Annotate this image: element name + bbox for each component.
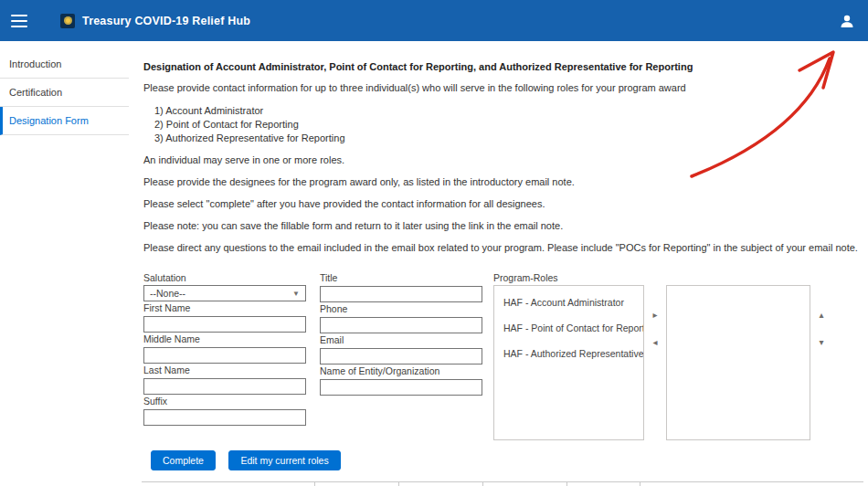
- page: Treasury COVID-19 Relief Hub Introductio…: [0, 0, 868, 486]
- user-profile-icon[interactable]: [839, 13, 855, 29]
- suffix-label: Suffix: [143, 396, 306, 407]
- middle-name-input[interactable]: [143, 347, 306, 364]
- intro-text: Please provide contact information for u…: [143, 82, 863, 94]
- sidebar-item-introduction[interactable]: Introduction: [0, 50, 129, 79]
- table-cell: [640, 482, 863, 486]
- table-cell: [142, 482, 315, 486]
- phone-label: Phone: [320, 303, 482, 314]
- program-roles-selected-list[interactable]: [666, 285, 810, 440]
- roles-list-item: 2) Point of Contact for Reporting: [154, 118, 863, 132]
- sidebar-item-certification[interactable]: Certification: [0, 79, 129, 107]
- top-bar: Treasury COVID-19 Relief Hub: [0, 0, 868, 41]
- sidebar-nav: Introduction Certification Designation F…: [0, 41, 129, 486]
- app-title: Treasury COVID-19 Relief Hub: [82, 15, 250, 27]
- table-cell: [399, 482, 483, 486]
- roles-list: 1) Account Administrator 2) Point of Con…: [154, 104, 863, 145]
- instruction-text: Please note: you can save the fillable f…: [143, 220, 863, 232]
- email-label: Email: [320, 334, 482, 345]
- person-icon: [839, 13, 855, 29]
- action-buttons: Complete Edit my current roles: [151, 450, 863, 470]
- title-field: Title: [320, 272, 482, 302]
- salutation-label: Salutation: [143, 272, 306, 283]
- program-roles-available-list[interactable]: HAF - Account Administrator HAF - Point …: [493, 285, 644, 440]
- phone-field: Phone: [320, 303, 482, 333]
- suffix-input[interactable]: [143, 409, 306, 426]
- instruction-text: Please direct any questions to the email…: [143, 242, 863, 254]
- contact-fields-column: Title Phone Email Name of Entity/Organiz…: [320, 272, 482, 396]
- order-buttons: ▴ ▾: [810, 285, 832, 363]
- last-name-field: Last Name: [143, 364, 306, 395]
- roles-list-item: 1) Account Administrator: [154, 104, 863, 118]
- list-item[interactable]: HAF - Authorized Representative fo...: [494, 341, 643, 366]
- move-right-icon[interactable]: ▸: [652, 308, 657, 322]
- main-content: Designation of Account Administrator, Po…: [129, 41, 868, 486]
- edit-roles-button[interactable]: Edit my current roles: [228, 450, 340, 470]
- entity-input[interactable]: [320, 379, 482, 396]
- brand: Treasury COVID-19 Relief Hub: [60, 14, 250, 28]
- last-name-label: Last Name: [143, 364, 306, 375]
- table-cell: [567, 482, 640, 486]
- email-input[interactable]: [320, 348, 482, 364]
- salutation-field: Salutation --None-- ▼: [143, 272, 306, 301]
- entity-field: Name of Entity/Organization: [320, 365, 482, 396]
- entity-label: Name of Entity/Organization: [320, 365, 482, 376]
- salutation-select[interactable]: --None-- ▼: [143, 285, 306, 301]
- program-roles-label: Program-Roles: [493, 272, 832, 283]
- complete-button[interactable]: Complete: [151, 450, 216, 470]
- middle-name-field: Middle Name: [143, 333, 306, 364]
- first-name-input[interactable]: [143, 316, 306, 333]
- instruction-text: Please select "complete" after you have …: [143, 198, 863, 210]
- title-label: Title: [320, 272, 482, 283]
- move-up-icon[interactable]: ▴: [819, 308, 823, 322]
- name-fields-column: Salutation --None-- ▼ First Name Middle …: [143, 272, 306, 427]
- program-roles-picker: Program-Roles HAF - Account Administrato…: [493, 272, 832, 440]
- roles-list-item: 3) Authorized Representative for Reporti…: [154, 132, 863, 145]
- suffix-field: Suffix: [143, 396, 306, 426]
- treasury-seal-logo: [60, 14, 75, 28]
- first-name-label: First Name: [143, 302, 306, 313]
- table-cell: [315, 482, 399, 486]
- list-item[interactable]: HAF - Account Administrator: [494, 290, 643, 315]
- sidebar-item-designation-form[interactable]: Designation Form: [0, 107, 129, 135]
- records-table-partial: [142, 481, 863, 486]
- phone-input[interactable]: [320, 317, 482, 333]
- designation-form: Salutation --None-- ▼ First Name Middle …: [143, 272, 863, 440]
- move-buttons: ▸ ◂: [644, 285, 666, 363]
- page-title: Designation of Account Administrator, Po…: [143, 61, 863, 73]
- title-input[interactable]: [320, 286, 482, 302]
- move-left-icon[interactable]: ◂: [652, 335, 657, 350]
- email-field: Email: [320, 334, 482, 364]
- first-name-field: First Name: [143, 302, 306, 333]
- list-item[interactable]: HAF - Point of Contact for Reporting: [494, 315, 643, 341]
- move-down-icon[interactable]: ▾: [819, 335, 823, 350]
- hamburger-menu-icon[interactable]: [11, 11, 27, 31]
- instruction-text: Please provide the designees for the pro…: [143, 176, 863, 188]
- chevron-down-icon: ▼: [292, 290, 300, 298]
- last-name-input[interactable]: [143, 378, 306, 395]
- instruction-text: An individual may serve in one or more r…: [143, 154, 863, 166]
- salutation-value: --None--: [150, 288, 185, 299]
- table-cell: [483, 482, 567, 486]
- middle-name-label: Middle Name: [143, 333, 306, 344]
